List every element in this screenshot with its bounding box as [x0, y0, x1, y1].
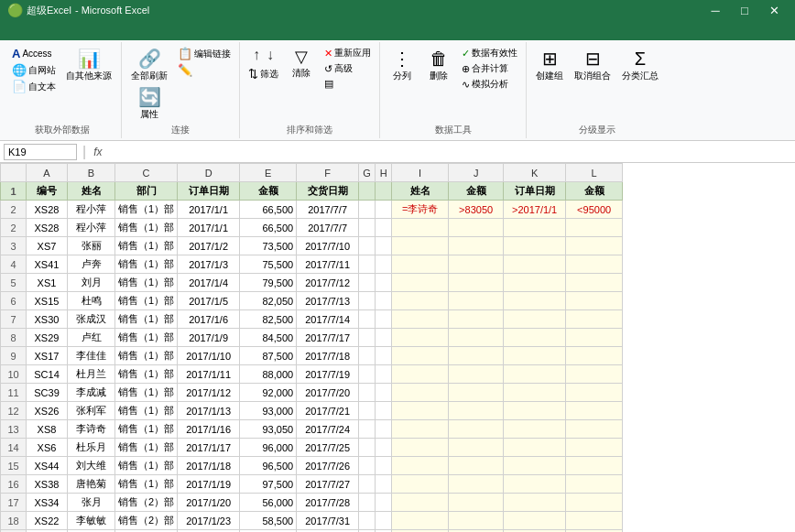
cell-G10[interactable]	[359, 365, 376, 384]
group-button[interactable]: ⊞ 创建组	[532, 46, 567, 83]
cell-E2[interactable]: 66,500	[240, 219, 297, 237]
name-box[interactable]	[4, 144, 77, 160]
cell-I7[interactable]	[392, 310, 449, 329]
sort-asc-button[interactable]: ↑	[250, 46, 263, 64]
cell-I11[interactable]	[392, 384, 449, 402]
cell-B11[interactable]: 李成减	[68, 384, 115, 402]
cell-L6[interactable]	[566, 292, 623, 310]
cell-J14[interactable]	[449, 439, 504, 457]
cell-F4[interactable]: 2017/7/11	[297, 255, 359, 274]
cell-K18[interactable]	[504, 512, 566, 530]
cell-E15[interactable]: 96,500	[240, 457, 297, 475]
cell-F3[interactable]: 2017/7/10	[297, 237, 359, 255]
cell-L16[interactable]	[566, 475, 623, 494]
cell-J12[interactable]	[449, 402, 504, 420]
split-button[interactable]: ⋮ 分列	[386, 46, 419, 83]
cell-K3[interactable]	[504, 237, 566, 255]
cell-A4[interactable]: XS41	[27, 255, 68, 274]
cell-G9[interactable]	[359, 347, 376, 365]
cell-G11[interactable]	[359, 384, 376, 402]
cell-G14[interactable]	[359, 439, 376, 457]
cell-C7[interactable]: 销售（1）部	[115, 310, 178, 329]
col-header-G[interactable]: G	[359, 164, 376, 182]
cell-C6[interactable]: 销售（1）部	[115, 292, 178, 310]
cell-D9[interactable]: 2017/1/10	[178, 347, 240, 365]
cell-J7[interactable]	[449, 310, 504, 329]
cell-G8[interactable]	[359, 329, 376, 347]
cell-K1[interactable]: 订单日期	[504, 182, 566, 201]
spreadsheet[interactable]: A B C D E F G H I J K L 1 编号 姓名 部门 订单日期	[0, 163, 795, 532]
cell-C4[interactable]: 销售（1）部	[115, 255, 178, 274]
cell-I6[interactable]	[392, 292, 449, 310]
cell-E10[interactable]: 88,000	[240, 365, 297, 384]
cell-F7[interactable]: 2017/7/14	[297, 310, 359, 329]
cell-F18[interactable]: 2017/7/31	[297, 512, 359, 530]
cell-I10[interactable]	[392, 365, 449, 384]
cell-L9[interactable]	[566, 347, 623, 365]
cell-I17[interactable]	[392, 494, 449, 512]
cell-A5[interactable]: XS1	[27, 274, 68, 292]
cell-G7[interactable]	[359, 310, 376, 329]
cell-F9[interactable]: 2017/7/18	[297, 347, 359, 365]
cell-G17[interactable]	[359, 494, 376, 512]
cell-K17[interactable]	[504, 494, 566, 512]
cell-D6[interactable]: 2017/1/5	[178, 292, 240, 310]
cell-K15[interactable]	[504, 457, 566, 475]
cell-A8[interactable]: XS29	[27, 329, 68, 347]
cell-C16[interactable]: 销售（1）部	[115, 475, 178, 494]
cell-H10[interactable]	[376, 365, 392, 384]
cell-H9[interactable]	[376, 347, 392, 365]
cell-J16[interactable]	[449, 475, 504, 494]
cell-J15[interactable]	[449, 457, 504, 475]
merge-calc-button[interactable]: ⊕ 合并计算	[459, 61, 520, 76]
cell-H1[interactable]	[376, 182, 392, 201]
cell-F2[interactable]: 2017/7/7	[297, 219, 359, 237]
cell-G6[interactable]	[359, 292, 376, 310]
cell-H4[interactable]	[376, 255, 392, 274]
cell-F1[interactable]: 交货日期	[297, 182, 359, 201]
cell-L8[interactable]	[566, 329, 623, 347]
cell-C11[interactable]: 销售（1）部	[115, 384, 178, 402]
cell-L18[interactable]	[566, 512, 623, 530]
cell-J2[interactable]	[449, 219, 504, 237]
cell-L17[interactable]	[566, 494, 623, 512]
cell-I18[interactable]	[392, 512, 449, 530]
cell-E13[interactable]: 93,050	[240, 420, 297, 439]
cell-H15[interactable]	[376, 457, 392, 475]
cell-D11[interactable]: 2017/1/12	[178, 384, 240, 402]
cell-A2[interactable]: XS28	[27, 219, 68, 237]
cell-B9[interactable]: 李佳佳	[68, 347, 115, 365]
cell-I4[interactable]	[392, 255, 449, 274]
cell-C15[interactable]: 销售（1）部	[115, 457, 178, 475]
validate-button[interactable]: ✓ 数据有效性	[459, 46, 520, 60]
cell-D14[interactable]: 2017/1/17	[178, 439, 240, 457]
cell-F11[interactable]: 2017/7/20	[297, 384, 359, 402]
cell-K6[interactable]	[504, 292, 566, 310]
text-button[interactable]: 📄 自文本	[9, 79, 59, 94]
cell-H17[interactable]	[376, 494, 392, 512]
cell-F16[interactable]: 2017/7/27	[297, 475, 359, 494]
cell-J6[interactable]	[449, 292, 504, 310]
cell-B15[interactable]: 刘大维	[68, 457, 115, 475]
cell-I9[interactable]	[392, 347, 449, 365]
refresh-all-button[interactable]: 🔄 属性	[127, 84, 171, 122]
cell-J8[interactable]	[449, 329, 504, 347]
col-header-C[interactable]: C	[115, 164, 178, 182]
remove-duplicates-button[interactable]: 🗑 删除	[422, 46, 455, 83]
cell-F2[interactable]: 2017/7/7	[297, 201, 359, 219]
cell-D18[interactable]: 2017/1/23	[178, 512, 240, 530]
cell-A11[interactable]: SC39	[27, 384, 68, 402]
cell-H2[interactable]	[376, 201, 392, 219]
cell-E9[interactable]: 87,500	[240, 347, 297, 365]
cell-G18[interactable]	[359, 512, 376, 530]
cell-L14[interactable]	[566, 439, 623, 457]
cell-G12[interactable]	[359, 402, 376, 420]
cell-B2[interactable]: 程小萍	[68, 219, 115, 237]
sort-button[interactable]: ⇅ 筛选	[245, 66, 281, 81]
cell-C1[interactable]: 部门	[115, 182, 178, 201]
cell-B2[interactable]: 程小萍	[68, 201, 115, 219]
cell-D8[interactable]: 2017/1/9	[178, 329, 240, 347]
cell-H5[interactable]	[376, 274, 392, 292]
cell-C2[interactable]: 销售（1）部	[115, 219, 178, 237]
cell-D16[interactable]: 2017/1/19	[178, 475, 240, 494]
